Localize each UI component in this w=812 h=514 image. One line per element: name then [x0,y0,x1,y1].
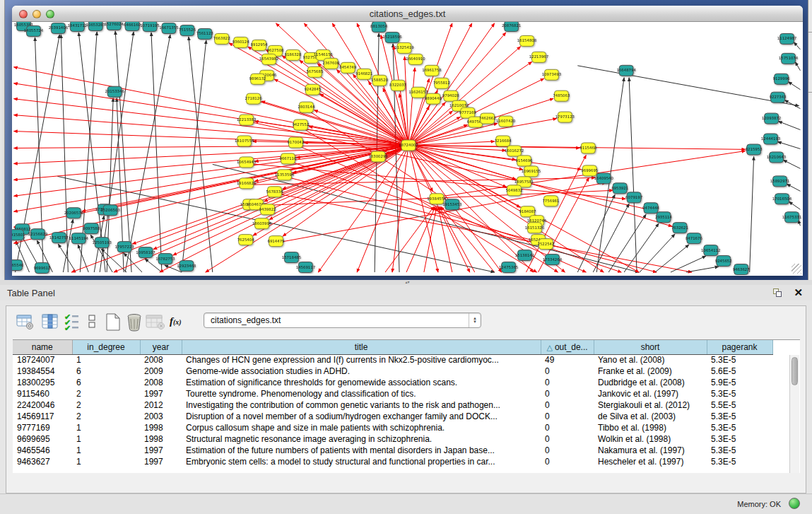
graph-node[interactable]: 14055724 [24,25,44,36]
graph-node[interactable]: 7625404 [237,235,255,245]
graph-node[interactable]: 11145194 [69,233,89,244]
table-cell[interactable]: 5.3E-5 [707,433,772,445]
graph-node[interactable]: 11607420 [496,116,516,127]
table-cell[interactable]: 9115460 [13,388,72,399]
float-panel-icon[interactable] [773,288,782,298]
trash-icon[interactable] [126,313,143,332]
table-cell[interactable]: 5.3E-5 [707,388,772,399]
table-cell[interactable]: 49 [541,354,594,366]
graph-node[interactable]: 18300295 [368,151,387,162]
table-cell[interactable]: Jankovic et al. (1997) [594,388,707,399]
graph-node[interactable]: 15276024 [104,22,124,30]
graph-node[interactable]: 15218596 [382,32,402,42]
table-row[interactable]: 946362711997Embryonic stem cells: a mode… [13,456,772,467]
column-header-in_degree[interactable]: in_degree [72,340,140,354]
vertical-scrollbar[interactable] [789,355,799,473]
graph-node[interactable]: 9115460 [579,143,597,153]
table-cell[interactable]: Nakamura et al. (1997) [594,445,707,456]
graph-node[interactable]: 8912954 [251,40,269,50]
graph-node[interactable]: 20206576 [64,208,84,218]
graph-node[interactable]: 17973123 [555,112,575,122]
table-settings-icon[interactable] [16,313,35,330]
table-cell[interactable]: 1998 [140,422,182,433]
table-cell[interactable]: 0 [541,456,594,467]
graph-node[interactable]: 18107554 [235,136,254,146]
graph-node[interactable]: 16961758 [422,65,442,76]
graph-node[interactable]: 1588520 [371,75,389,86]
graph-node[interactable]: 5678334 [266,187,284,197]
graph-node[interactable]: 17016504 [772,194,792,204]
column-header-name[interactable]: name [13,340,72,354]
network-window[interactable]: citations_edges.txt 16055381140557242039… [12,6,803,276]
graph-node[interactable]: 9227343 [770,92,787,103]
graph-node[interactable]: 16640910 [406,54,425,64]
table-cell[interactable]: 5.3E-5 [707,411,772,422]
graph-node[interactable]: 9474444 [642,203,660,214]
table-row[interactable]: 977716911998Corpus callosum shape and si… [13,422,772,433]
table-cell[interactable]: Embryonic stem cells: a model to study s… [182,456,541,467]
graph-node[interactable]: 12505193 [93,238,112,248]
table-cell[interactable]: Dudbridge et al. (2008) [594,377,707,388]
table-cell[interactable]: 5.9E-5 [707,377,772,388]
graph-node[interactable]: 2718126 [245,93,263,104]
panel-splitter[interactable]: ▴▾ [0,280,812,285]
table-selector[interactable]: citations_edges.txt ▲▼ [204,313,481,328]
graph-node[interactable]: 16409540 [594,173,614,184]
table-cell[interactable]: 9777169 [13,422,72,433]
table-cell[interactable]: 1 [72,422,140,433]
table-cell[interactable]: 2008 [140,377,182,388]
graph-node[interactable]: 17334264 [543,255,563,265]
graph-node[interactable]: 17957223 [114,242,134,252]
column-header-pagerank[interactable]: pagerank [707,340,772,354]
table-row[interactable]: 1456911722003Disruption of a novel membe… [13,411,772,422]
graph-node[interactable]: 12923468 [177,261,196,271]
graph-node[interactable]: 20876821 [502,22,521,31]
graph-node[interactable]: 10969155 [522,166,541,177]
graph-node[interactable]: 7462662 [479,113,496,124]
column-header-year[interactable]: year [140,340,182,354]
table-cell[interactable]: Hescheler et al. (1997) [594,456,707,467]
graph-node[interactable]: 7561123 [196,28,213,39]
graph-node[interactable]: 16151326 [525,223,545,233]
table-cell[interactable]: 2012 [140,399,182,411]
node-table[interactable]: namein_degreeyeartitle△ out_de...shortpa… [13,339,800,473]
table-cell[interactable]: Yano et al. (2008) [594,354,707,366]
graph-node[interactable]: 8215953 [746,144,763,155]
table-cell[interactable]: 2009 [140,366,182,377]
node-table-grid[interactable]: namein_degreeyeartitle△ out_de...shortpa… [13,340,773,467]
table-cell[interactable]: Tourette syndrome. Phenomenology and cla… [182,388,541,399]
graph-node[interactable]: 14569117 [296,262,315,273]
table-cell[interactable]: 1 [72,354,140,366]
graph-node[interactable]: 9890448 [425,93,442,104]
window-resize-grip[interactable] [792,264,801,274]
table-cell[interactable]: 2 [72,388,140,399]
graph-node[interactable]: 9465546 [12,260,24,271]
table-cell[interactable]: 14569117 [13,411,72,422]
graph-node[interactable]: 9170042 [287,137,304,148]
table-cell[interactable]: 0 [541,377,594,388]
graph-node[interactable]: 9360124 [233,37,250,47]
table-row[interactable]: 2242004622012Investigating the contribut… [13,399,772,411]
table-cell[interactable]: 19384554 [13,366,72,377]
graph-node[interactable]: 2935114 [655,212,673,223]
graph-node[interactable]: 20391406 [49,23,69,33]
graph-node[interactable]: 9463627 [733,264,750,275]
table-cell[interactable]: 0 [541,411,594,422]
graph-node[interactable]: 9097588 [83,223,100,234]
table-cell[interactable]: 9465546 [13,445,72,456]
table-cell[interactable]: 5.5E-5 [707,399,772,411]
table-cell[interactable]: 5.6E-5 [707,366,772,377]
graph-node[interactable]: 10958107 [136,247,155,258]
graph-node[interactable]: 2522542 [537,239,554,250]
graph-node[interactable]: 18603994 [252,218,272,229]
graph-node[interactable]: 11353594 [275,170,295,180]
graph-node[interactable]: 11325419 [394,42,414,53]
graph-node[interactable]: 6079197 [625,192,642,203]
graph-node[interactable]: 6466160 [124,22,141,30]
graph-node[interactable]: 3216684 [495,136,512,146]
table-cell[interactable]: 5.3E-5 [707,422,772,433]
graph-node[interactable]: 19166825 [237,178,256,189]
graph-node[interactable]: 15138141 [515,250,534,261]
table-cell[interactable]: Tibbo et al. (1998) [594,422,707,433]
table-cell[interactable]: 6 [72,377,140,388]
